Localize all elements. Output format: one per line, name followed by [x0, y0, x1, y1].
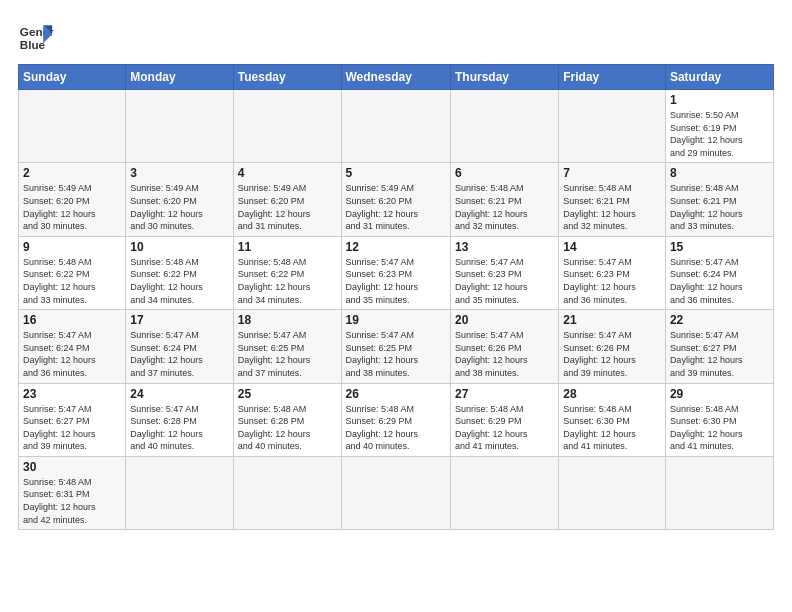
calendar-cell: 9Sunrise: 5:48 AM Sunset: 6:22 PM Daylig…: [19, 236, 126, 309]
calendar-cell: [126, 456, 233, 529]
col-header-wednesday: Wednesday: [341, 65, 450, 90]
day-number: 7: [563, 166, 661, 180]
day-info: Sunrise: 5:47 AM Sunset: 6:24 PM Dayligh…: [670, 256, 769, 306]
day-info: Sunrise: 5:47 AM Sunset: 6:24 PM Dayligh…: [130, 329, 228, 379]
col-header-saturday: Saturday: [665, 65, 773, 90]
day-number: 18: [238, 313, 337, 327]
day-info: Sunrise: 5:48 AM Sunset: 6:21 PM Dayligh…: [563, 182, 661, 232]
calendar-cell: 21Sunrise: 5:47 AM Sunset: 6:26 PM Dayli…: [559, 310, 666, 383]
calendar-cell: 20Sunrise: 5:47 AM Sunset: 6:26 PM Dayli…: [450, 310, 558, 383]
page: General Blue SundayMondayTuesdayWednesda…: [0, 0, 792, 612]
day-number: 29: [670, 387, 769, 401]
day-number: 27: [455, 387, 554, 401]
header: General Blue: [18, 18, 774, 54]
calendar-cell: 8Sunrise: 5:48 AM Sunset: 6:21 PM Daylig…: [665, 163, 773, 236]
calendar-week-4: 16Sunrise: 5:47 AM Sunset: 6:24 PM Dayli…: [19, 310, 774, 383]
day-number: 12: [346, 240, 446, 254]
day-number: 25: [238, 387, 337, 401]
calendar-cell: 15Sunrise: 5:47 AM Sunset: 6:24 PM Dayli…: [665, 236, 773, 309]
day-info: Sunrise: 5:47 AM Sunset: 6:27 PM Dayligh…: [670, 329, 769, 379]
calendar-cell: [233, 90, 341, 163]
day-number: 28: [563, 387, 661, 401]
day-info: Sunrise: 5:47 AM Sunset: 6:27 PM Dayligh…: [23, 403, 121, 453]
calendar-cell: 30Sunrise: 5:48 AM Sunset: 6:31 PM Dayli…: [19, 456, 126, 529]
day-number: 8: [670, 166, 769, 180]
day-info: Sunrise: 5:49 AM Sunset: 6:20 PM Dayligh…: [23, 182, 121, 232]
day-info: Sunrise: 5:48 AM Sunset: 6:22 PM Dayligh…: [238, 256, 337, 306]
day-info: Sunrise: 5:49 AM Sunset: 6:20 PM Dayligh…: [130, 182, 228, 232]
calendar-cell: 10Sunrise: 5:48 AM Sunset: 6:22 PM Dayli…: [126, 236, 233, 309]
day-number: 19: [346, 313, 446, 327]
day-number: 10: [130, 240, 228, 254]
day-number: 17: [130, 313, 228, 327]
col-header-friday: Friday: [559, 65, 666, 90]
calendar-week-2: 2Sunrise: 5:49 AM Sunset: 6:20 PM Daylig…: [19, 163, 774, 236]
day-info: Sunrise: 5:48 AM Sunset: 6:28 PM Dayligh…: [238, 403, 337, 453]
calendar-cell: 27Sunrise: 5:48 AM Sunset: 6:29 PM Dayli…: [450, 383, 558, 456]
calendar-cell: [19, 90, 126, 163]
calendar-cell: 11Sunrise: 5:48 AM Sunset: 6:22 PM Dayli…: [233, 236, 341, 309]
day-info: Sunrise: 5:48 AM Sunset: 6:21 PM Dayligh…: [455, 182, 554, 232]
day-number: 1: [670, 93, 769, 107]
calendar-cell: [233, 456, 341, 529]
calendar-week-6: 30Sunrise: 5:48 AM Sunset: 6:31 PM Dayli…: [19, 456, 774, 529]
calendar-cell: [126, 90, 233, 163]
day-number: 16: [23, 313, 121, 327]
day-info: Sunrise: 5:47 AM Sunset: 6:25 PM Dayligh…: [238, 329, 337, 379]
calendar-cell: 5Sunrise: 5:49 AM Sunset: 6:20 PM Daylig…: [341, 163, 450, 236]
calendar-cell: 22Sunrise: 5:47 AM Sunset: 6:27 PM Dayli…: [665, 310, 773, 383]
calendar-cell: 2Sunrise: 5:49 AM Sunset: 6:20 PM Daylig…: [19, 163, 126, 236]
calendar-cell: [665, 456, 773, 529]
logo-icon: General Blue: [18, 18, 54, 54]
day-info: Sunrise: 5:48 AM Sunset: 6:29 PM Dayligh…: [346, 403, 446, 453]
calendar-week-1: 1Sunrise: 5:50 AM Sunset: 6:19 PM Daylig…: [19, 90, 774, 163]
logo: General Blue: [18, 18, 54, 54]
day-number: 5: [346, 166, 446, 180]
day-number: 22: [670, 313, 769, 327]
calendar-cell: 12Sunrise: 5:47 AM Sunset: 6:23 PM Dayli…: [341, 236, 450, 309]
day-info: Sunrise: 5:47 AM Sunset: 6:25 PM Dayligh…: [346, 329, 446, 379]
calendar-cell: 3Sunrise: 5:49 AM Sunset: 6:20 PM Daylig…: [126, 163, 233, 236]
calendar-cell: [341, 456, 450, 529]
day-info: Sunrise: 5:50 AM Sunset: 6:19 PM Dayligh…: [670, 109, 769, 159]
day-info: Sunrise: 5:49 AM Sunset: 6:20 PM Dayligh…: [238, 182, 337, 232]
calendar-cell: [341, 90, 450, 163]
day-info: Sunrise: 5:48 AM Sunset: 6:22 PM Dayligh…: [23, 256, 121, 306]
col-header-tuesday: Tuesday: [233, 65, 341, 90]
calendar-cell: 14Sunrise: 5:47 AM Sunset: 6:23 PM Dayli…: [559, 236, 666, 309]
calendar-week-5: 23Sunrise: 5:47 AM Sunset: 6:27 PM Dayli…: [19, 383, 774, 456]
day-number: 14: [563, 240, 661, 254]
calendar-cell: 16Sunrise: 5:47 AM Sunset: 6:24 PM Dayli…: [19, 310, 126, 383]
day-info: Sunrise: 5:49 AM Sunset: 6:20 PM Dayligh…: [346, 182, 446, 232]
day-info: Sunrise: 5:48 AM Sunset: 6:22 PM Dayligh…: [130, 256, 228, 306]
calendar-cell: 26Sunrise: 5:48 AM Sunset: 6:29 PM Dayli…: [341, 383, 450, 456]
calendar-cell: 28Sunrise: 5:48 AM Sunset: 6:30 PM Dayli…: [559, 383, 666, 456]
calendar-cell: [559, 90, 666, 163]
day-info: Sunrise: 5:47 AM Sunset: 6:26 PM Dayligh…: [563, 329, 661, 379]
day-number: 4: [238, 166, 337, 180]
day-number: 6: [455, 166, 554, 180]
day-info: Sunrise: 5:47 AM Sunset: 6:24 PM Dayligh…: [23, 329, 121, 379]
day-number: 15: [670, 240, 769, 254]
col-header-monday: Monday: [126, 65, 233, 90]
day-number: 2: [23, 166, 121, 180]
calendar-cell: 25Sunrise: 5:48 AM Sunset: 6:28 PM Dayli…: [233, 383, 341, 456]
day-info: Sunrise: 5:48 AM Sunset: 6:29 PM Dayligh…: [455, 403, 554, 453]
calendar-cell: 24Sunrise: 5:47 AM Sunset: 6:28 PM Dayli…: [126, 383, 233, 456]
svg-text:Blue: Blue: [20, 38, 46, 51]
calendar-cell: 1Sunrise: 5:50 AM Sunset: 6:19 PM Daylig…: [665, 90, 773, 163]
day-number: 30: [23, 460, 121, 474]
day-info: Sunrise: 5:47 AM Sunset: 6:23 PM Dayligh…: [346, 256, 446, 306]
day-number: 13: [455, 240, 554, 254]
calendar-cell: 13Sunrise: 5:47 AM Sunset: 6:23 PM Dayli…: [450, 236, 558, 309]
calendar-cell: 19Sunrise: 5:47 AM Sunset: 6:25 PM Dayli…: [341, 310, 450, 383]
col-header-sunday: Sunday: [19, 65, 126, 90]
day-info: Sunrise: 5:48 AM Sunset: 6:31 PM Dayligh…: [23, 476, 121, 526]
day-number: 23: [23, 387, 121, 401]
day-info: Sunrise: 5:47 AM Sunset: 6:28 PM Dayligh…: [130, 403, 228, 453]
day-info: Sunrise: 5:47 AM Sunset: 6:23 PM Dayligh…: [455, 256, 554, 306]
day-info: Sunrise: 5:48 AM Sunset: 6:30 PM Dayligh…: [563, 403, 661, 453]
calendar-cell: [559, 456, 666, 529]
day-number: 24: [130, 387, 228, 401]
header-row: SundayMondayTuesdayWednesdayThursdayFrid…: [19, 65, 774, 90]
